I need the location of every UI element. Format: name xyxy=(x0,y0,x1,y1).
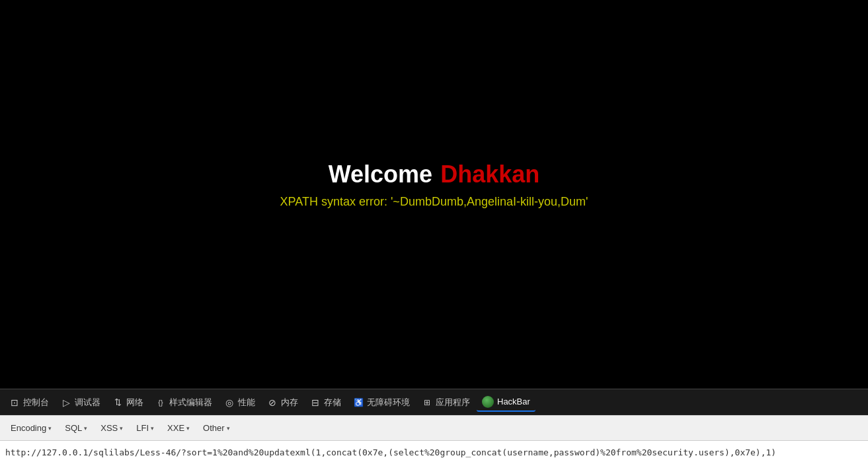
devtools-memory[interactable]: ⊘ 内存 xyxy=(262,394,303,411)
sql-label: SQL xyxy=(65,423,82,433)
debug-icon: ▷ xyxy=(61,397,71,408)
apps-label: 应用程序 xyxy=(436,397,470,408)
lfi-dropdown[interactable]: LFI ▾ xyxy=(131,420,159,436)
other-label: Other xyxy=(203,423,225,433)
style-label: 样式编辑器 xyxy=(169,397,212,408)
perf-label: 性能 xyxy=(238,397,255,408)
xxe-label: XXE xyxy=(167,423,184,433)
devtools-apps[interactable]: ⊞ 应用程序 xyxy=(416,394,475,411)
xxe-dropdown[interactable]: XXE ▾ xyxy=(162,420,195,436)
devtools-perf[interactable]: ◎ 性能 xyxy=(219,394,260,411)
dhakkan-text: Dhakkan xyxy=(440,161,539,188)
memory-label: 内存 xyxy=(281,397,298,408)
other-dropdown[interactable]: Other ▾ xyxy=(198,420,235,436)
console-icon: ⊡ xyxy=(9,397,20,408)
hackbar-label: HackBar xyxy=(497,397,530,406)
devtools-console[interactable]: ⊡ 控制台 xyxy=(4,394,54,411)
hackbar-icon xyxy=(482,396,494,408)
console-label: 控制台 xyxy=(23,397,49,408)
debug-label: 调试器 xyxy=(75,397,100,408)
xpath-error: XPATH syntax error: '~DumbDumb,AngelinaI… xyxy=(280,195,588,209)
lfi-label: LFI xyxy=(136,423,149,433)
encoding-dropdown[interactable]: Encoding ▾ xyxy=(5,420,57,436)
xss-dropdown[interactable]: XSS ▾ xyxy=(95,420,128,436)
main-content: Welcome Dhakkan XPATH syntax error: '~Du… xyxy=(0,0,868,389)
sql-dropdown[interactable]: SQL ▾ xyxy=(59,420,93,436)
perf-icon: ◎ xyxy=(224,397,235,408)
a11y-icon: ♿ xyxy=(353,397,364,408)
devtools-storage[interactable]: ⊟ 存储 xyxy=(305,394,346,411)
devtools-debug[interactable]: ▷ 调试器 xyxy=(56,394,106,411)
encoding-arrow: ▾ xyxy=(48,425,52,432)
memory-icon: ⊘ xyxy=(267,397,278,408)
sql-arrow: ▾ xyxy=(84,425,87,432)
other-arrow: ▾ xyxy=(227,425,230,432)
hackbar-toolbar: Encoding ▾ SQL ▾ XSS ▾ LFI ▾ XXE ▾ Other… xyxy=(0,415,868,440)
lfi-arrow: ▾ xyxy=(151,425,154,432)
devtools-hackbar[interactable]: HackBar xyxy=(477,393,535,412)
welcome-text: Welcome xyxy=(329,161,432,188)
devtools-bar: ⊡ 控制台 ▷ 调试器 ⇅ 网络 {} 样式编辑器 ◎ 性能 ⊘ 内存 ⊟ 存储… xyxy=(0,389,868,415)
devtools-a11y[interactable]: ♿ 无障碍环境 xyxy=(348,394,415,411)
devtools-network[interactable]: ⇅ 网络 xyxy=(107,394,149,411)
storage-label: 存储 xyxy=(324,397,341,408)
url-input[interactable] xyxy=(5,447,863,457)
apps-icon: ⊞ xyxy=(422,397,432,408)
xss-arrow: ▾ xyxy=(120,425,123,432)
network-icon: ⇅ xyxy=(112,397,123,408)
xss-label: XSS xyxy=(100,423,118,433)
network-label: 网络 xyxy=(126,397,143,408)
url-bar xyxy=(0,440,868,464)
style-icon: {} xyxy=(155,397,166,408)
xxe-arrow: ▾ xyxy=(186,425,190,432)
welcome-line: Welcome Dhakkan xyxy=(329,161,539,188)
storage-icon: ⊟ xyxy=(310,397,321,408)
a11y-label: 无障碍环境 xyxy=(367,397,410,408)
devtools-style[interactable]: {} 样式编辑器 xyxy=(150,394,217,411)
encoding-label: Encoding xyxy=(11,423,46,433)
